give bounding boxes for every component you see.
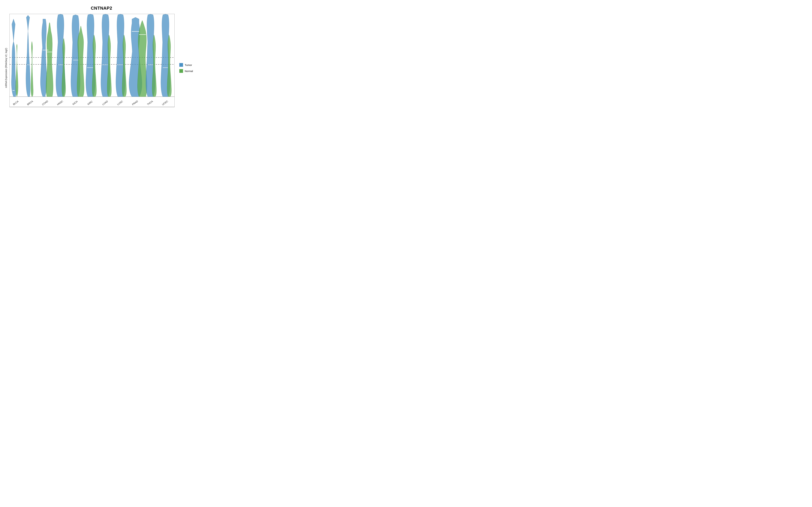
chart-title: CNTNAP2: [3, 3, 200, 12]
violin-plot-svg: 0 5 10 15: [9, 14, 174, 116]
legend-box-normal: [179, 69, 183, 73]
legend-box-tumor: [179, 63, 183, 67]
legend-label-normal: Normal: [185, 70, 193, 72]
plot-and-legend: 0 5 10 15: [9, 12, 200, 124]
chart-area: mRNA Expression (RNASeq V2, log2) 0 5 10…: [3, 12, 200, 124]
legend: Tumor Normal: [176, 12, 200, 124]
y-axis-label: mRNA Expression (RNASeq V2, log2): [3, 12, 9, 124]
legend-item-tumor: Tumor: [179, 63, 192, 67]
legend-item-normal: Normal: [179, 69, 193, 73]
chart-container: CNTNAP2 mRNA Expression (RNASeq V2, log2…: [3, 3, 200, 124]
legend-label-tumor: Tumor: [185, 64, 192, 66]
plot-area: 0 5 10 15: [9, 14, 174, 116]
